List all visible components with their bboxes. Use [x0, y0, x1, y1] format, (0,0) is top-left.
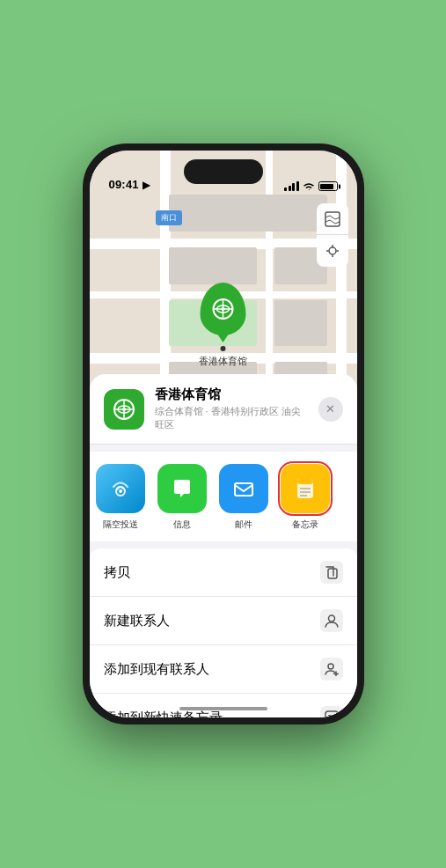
new-contact-icon	[320, 609, 343, 632]
airdrop-icon	[108, 476, 133, 501]
stadium-icon	[211, 297, 236, 321]
status-icons	[284, 181, 338, 191]
copy-icon	[320, 561, 343, 584]
svg-rect-24	[328, 569, 337, 578]
svg-point-6	[329, 247, 336, 254]
venue-subtitle: 综合体育馆 · 香港特别行政区 油尖旺区	[155, 405, 308, 431]
venue-info: 香港体育馆 综合体育馆 · 香港特别行政区 油尖旺区	[155, 386, 308, 431]
share-item-more[interactable]: 提示	[336, 464, 357, 531]
svg-point-26	[328, 664, 333, 669]
notes-icon-wrap	[281, 464, 330, 513]
airdrop-label: 隔空投送	[103, 519, 138, 531]
phone-screen: 09:41 ▶	[90, 151, 357, 717]
venue-avatar	[104, 389, 144, 430]
action-copy-label: 拷贝	[104, 564, 130, 581]
marker-pin	[201, 283, 246, 335]
svg-rect-18	[235, 483, 252, 496]
svg-point-17	[119, 489, 122, 493]
svg-point-25	[328, 615, 334, 622]
phone-frame: 09:41 ▶	[83, 143, 364, 725]
share-item-messages[interactable]: 信息	[151, 464, 213, 531]
messages-icon	[170, 476, 194, 501]
location-button[interactable]	[317, 235, 348, 267]
action-add-existing-label: 添加到现有联系人	[104, 661, 209, 678]
svg-rect-20	[297, 479, 313, 484]
battery-icon	[318, 181, 338, 191]
notes-icon	[293, 476, 318, 501]
dynamic-island	[184, 159, 263, 184]
map-type-button[interactable]	[317, 203, 348, 235]
messages-label: 信息	[173, 519, 191, 531]
action-list: 拷贝 新建联系人	[90, 548, 357, 717]
action-add-quick-note[interactable]: 添加到新快速备忘录	[90, 694, 357, 717]
home-indicator	[179, 707, 267, 710]
signal-bars	[284, 181, 299, 191]
venue-name: 香港体育馆	[155, 386, 308, 403]
venue-map-label: 香港体育馆	[199, 355, 247, 368]
notes-label: 备忘录	[292, 519, 318, 531]
status-time: 09:41	[109, 178, 139, 191]
svg-rect-5	[325, 212, 340, 226]
wifi-icon	[303, 181, 315, 191]
share-item-mail[interactable]: 邮件	[213, 464, 274, 531]
venue-dot	[221, 346, 226, 351]
action-copy[interactable]: 拷贝	[90, 548, 357, 597]
bottom-sheet: 香港体育馆 综合体育馆 · 香港特别行政区 油尖旺区 ✕	[90, 374, 357, 717]
svg-point-4	[222, 307, 225, 311]
location-icon	[325, 244, 340, 258]
venue-marker: 香港体育馆	[199, 283, 247, 368]
share-item-airdrop[interactable]: 隔空投送	[90, 464, 151, 531]
mail-icon	[231, 476, 256, 501]
venue-avatar-icon	[112, 397, 136, 422]
close-button[interactable]: ✕	[318, 397, 343, 422]
map-type-icon	[325, 211, 340, 227]
action-new-contact-label: 新建联系人	[104, 613, 170, 629]
mail-icon-wrap	[219, 464, 268, 513]
location-icon: ▶	[143, 179, 150, 191]
svg-point-15	[122, 408, 126, 411]
share-row: 隔空投送 信息	[90, 452, 357, 541]
map-controls	[317, 203, 348, 267]
svg-rect-29	[325, 711, 338, 717]
venue-card: 香港体育馆 综合体育馆 · 香港特别行政区 油尖旺区 ✕	[90, 374, 357, 445]
mail-label: 邮件	[235, 519, 252, 531]
airdrop-icon-wrap	[96, 464, 145, 513]
messages-icon-wrap	[157, 464, 207, 513]
north-label: 南口	[156, 210, 182, 225]
action-add-existing-contact[interactable]: 添加到现有联系人	[90, 645, 357, 694]
add-contact-icon	[320, 658, 343, 680]
action-new-contact[interactable]: 新建联系人	[90, 597, 357, 645]
quick-note-icon	[320, 706, 343, 717]
share-item-notes[interactable]: 备忘录	[274, 464, 336, 531]
